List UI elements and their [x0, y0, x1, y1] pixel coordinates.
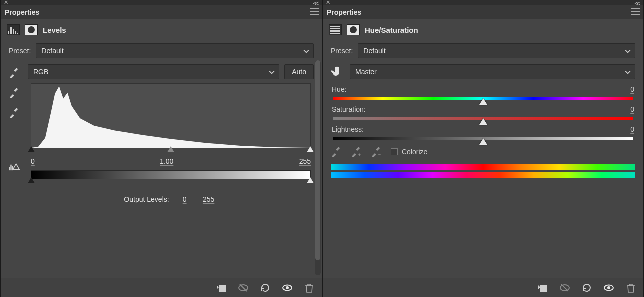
svg-text:+: + — [358, 152, 361, 157]
output-white-slider[interactable] — [307, 177, 314, 183]
trash-icon[interactable] — [304, 282, 315, 293]
input-white-slider[interactable] — [307, 146, 314, 152]
lightness-slider-thumb[interactable] — [479, 138, 487, 145]
panel-menu-icon[interactable] — [310, 8, 319, 15]
svg-point-7 — [286, 286, 289, 289]
hue-label: Hue: — [332, 85, 347, 93]
black-point-eyedropper-icon[interactable] — [9, 67, 20, 78]
saturation-slider[interactable] — [333, 116, 633, 121]
panel-body: Preset: Default Master Hue: 0 — [323, 40, 643, 278]
reset-icon[interactable] — [581, 282, 592, 293]
panel-menu-icon[interactable] — [631, 8, 640, 15]
clip-to-layer-icon[interactable] — [537, 282, 548, 293]
visibility-eye-icon[interactable] — [282, 282, 293, 293]
sample-eyedropper-icon[interactable] — [331, 146, 342, 157]
panel-footer — [323, 278, 643, 297]
preset-value: Default — [41, 47, 63, 55]
chevron-down-icon — [625, 69, 631, 77]
trash-icon[interactable] — [625, 282, 636, 293]
panel-header: Properties — [1, 5, 322, 19]
adjustment-header: Levels — [1, 19, 322, 40]
lightness-value[interactable]: 0 — [630, 125, 634, 133]
input-gamma-value[interactable]: 1.00 — [160, 157, 173, 165]
layer-mask-icon[interactable] — [347, 24, 360, 35]
hue-slider[interactable] — [333, 96, 633, 101]
output-levels-label: Output Levels: — [124, 195, 169, 203]
svg-rect-1 — [10, 165, 11, 170]
clip-to-layer-icon[interactable] — [216, 282, 227, 293]
adjustment-name: Levels — [43, 26, 66, 34]
color-range-strips — [331, 164, 635, 178]
gray-point-eyedropper-icon[interactable] — [9, 87, 20, 98]
clip-warning-icon[interactable] — [9, 161, 22, 171]
input-color-strip — [331, 164, 635, 170]
output-black-slider[interactable] — [28, 177, 35, 183]
preset-select[interactable]: Default — [36, 43, 314, 58]
colorize-label: Colorize — [402, 148, 427, 156]
chevron-down-icon — [303, 48, 309, 56]
preset-label: Preset: — [331, 47, 353, 55]
channel-select[interactable]: RGB — [28, 64, 279, 79]
layer-mask-icon[interactable] — [25, 24, 38, 35]
view-previous-state-icon[interactable] — [559, 282, 570, 293]
hue-slider-thumb[interactable] — [479, 98, 487, 105]
add-to-sample-eyedropper-icon[interactable]: + — [351, 146, 362, 157]
edit-range-select[interactable]: Master — [350, 64, 635, 79]
properties-panel-hue-saturation: ✕ ≪ Properties Hue/Saturation Preset: De… — [322, 0, 644, 297]
chevron-down-icon — [625, 48, 631, 56]
output-color-strip — [331, 172, 635, 178]
svg-rect-0 — [9, 167, 10, 171]
panel-title: Properties — [327, 8, 361, 16]
properties-panel-levels: ✕ ≪ Properties Levels Preset: Default — [0, 0, 322, 297]
edit-range-value: Master — [355, 68, 377, 76]
input-black-value[interactable]: 0 — [31, 157, 35, 165]
auto-button[interactable]: Auto — [284, 64, 314, 79]
targeted-adjust-hand-icon[interactable] — [331, 65, 345, 79]
output-white-value[interactable]: 255 — [200, 195, 218, 203]
histogram-display — [31, 83, 311, 148]
input-white-value[interactable]: 255 — [299, 157, 311, 165]
svg-point-15 — [607, 286, 610, 289]
output-black-value[interactable]: 0 — [176, 195, 193, 203]
hue-saturation-icon — [329, 24, 342, 35]
white-point-eyedropper-icon[interactable] — [9, 107, 20, 118]
colorize-checkbox[interactable] — [391, 148, 398, 155]
svg-rect-11 — [540, 285, 547, 292]
svg-text:−: − — [378, 152, 381, 157]
channel-value: RGB — [33, 68, 48, 76]
preset-value: Default — [363, 47, 385, 55]
adjustment-header: Hue/Saturation — [323, 19, 643, 40]
panel-header: Properties — [323, 5, 643, 19]
output-gradient — [31, 170, 311, 179]
panel-body: Preset: Default — [1, 40, 322, 278]
view-previous-state-icon[interactable] — [238, 282, 249, 293]
preset-label: Preset: — [9, 47, 31, 55]
saturation-label: Saturation: — [332, 105, 366, 113]
lightness-label: Lightness: — [332, 125, 364, 133]
input-slider-track[interactable] — [31, 148, 311, 155]
panel-title: Properties — [5, 8, 39, 16]
lightness-slider[interactable] — [333, 136, 633, 141]
saturation-slider-thumb[interactable] — [479, 118, 487, 125]
panel-scrollbar[interactable] — [315, 60, 321, 275]
output-slider-track[interactable] — [31, 179, 311, 186]
panel-tabbar: ✕ ≪ — [1, 0, 322, 5]
adjustment-name: Hue/Saturation — [365, 26, 418, 34]
saturation-value[interactable]: 0 — [630, 105, 634, 113]
visibility-eye-icon[interactable] — [603, 282, 614, 293]
svg-rect-3 — [219, 285, 226, 292]
input-gamma-slider[interactable] — [167, 146, 174, 152]
chevron-down-icon — [269, 69, 275, 77]
input-black-slider[interactable] — [28, 146, 35, 152]
reset-icon[interactable] — [260, 282, 271, 293]
subtract-from-sample-eyedropper-icon[interactable]: − — [371, 146, 382, 157]
hue-value[interactable]: 0 — [630, 85, 634, 93]
preset-select[interactable]: Default — [358, 43, 635, 58]
panel-tabbar: ✕ ≪ — [323, 0, 643, 5]
levels-icon — [7, 24, 20, 35]
panel-footer — [1, 278, 322, 297]
